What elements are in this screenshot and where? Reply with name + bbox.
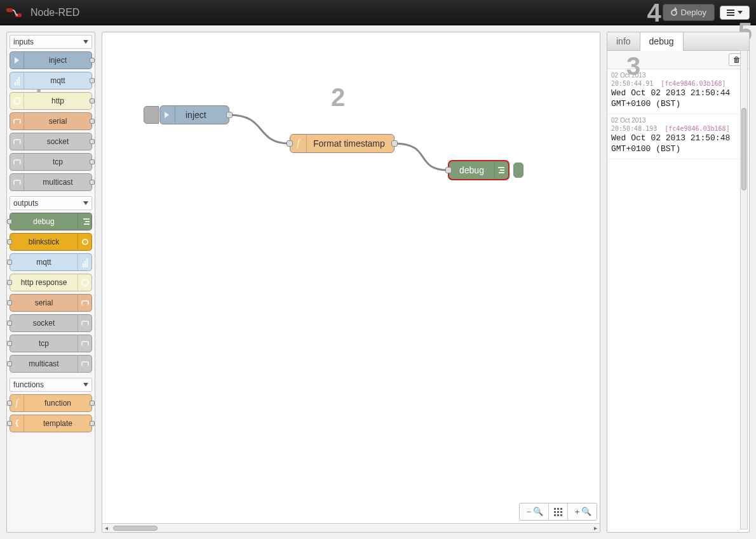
palette-category-outputs[interactable]: outputs xyxy=(10,196,92,210)
palette-node-socket-out[interactable]: socket xyxy=(10,314,92,332)
debug-toggle-button[interactable] xyxy=(513,163,523,178)
zoom-in-icon: ＋🔍 xyxy=(573,507,591,516)
palette-node-template[interactable]: {template xyxy=(10,415,92,432)
input-port[interactable] xyxy=(7,300,12,305)
node-label: inject xyxy=(175,110,217,120)
debug-date: 02 Oct 2013 xyxy=(611,117,745,124)
input-port[interactable] xyxy=(7,401,12,406)
palette-node-serial-out[interactable]: serial xyxy=(10,294,92,312)
node-label: Format timestamp xyxy=(307,138,391,149)
canvas-panel: 2 inject f Format timestamp xyxy=(102,32,600,533)
input-port[interactable] xyxy=(7,321,12,326)
output-port[interactable] xyxy=(90,98,95,103)
caret-down-icon xyxy=(738,11,743,14)
scroll-left-icon[interactable]: ◂ xyxy=(102,524,111,531)
debug-payload: Wed Oct 02 2013 21:50:44 GMT+0100 (BST) xyxy=(611,88,745,110)
canvas-h-scrollbar[interactable]: ◂ ▸ xyxy=(102,523,600,532)
palette-scroll[interactable]: inputs 1 inject mqtt http serial socket … xyxy=(7,32,95,532)
palette-node-tcp-out[interactable]: tcp xyxy=(10,335,92,352)
palette-node-mqtt-in[interactable]: mqtt xyxy=(10,72,92,90)
debug-icon xyxy=(498,167,504,173)
chevron-down-icon xyxy=(83,201,88,205)
palette-node-serial-in[interactable]: serial xyxy=(10,112,92,130)
palette-category-inputs[interactable]: inputs xyxy=(10,35,92,49)
palette-node-function[interactable]: ffunction xyxy=(10,394,92,412)
input-port[interactable] xyxy=(7,421,12,426)
template-icon: { xyxy=(13,418,22,429)
zoom-in-button[interactable]: ＋🔍 xyxy=(567,503,597,520)
palette-node-debug[interactable]: debug xyxy=(10,213,92,230)
chevron-down-icon xyxy=(83,383,88,387)
palette-node-blinkstick[interactable]: blinkstick xyxy=(10,233,92,251)
socket-icon xyxy=(81,321,89,326)
scrollbar-thumb[interactable] xyxy=(113,526,158,531)
palette-node-socket-in[interactable]: socket xyxy=(10,133,92,150)
debug-entry[interactable]: 02 Oct 2013 20:50:44.91 [fc4e9846.03b168… xyxy=(607,69,749,114)
app-title: Node-RED xyxy=(30,7,79,18)
tcp-icon xyxy=(13,159,21,164)
output-port[interactable] xyxy=(90,139,95,144)
debug-icon xyxy=(81,216,90,227)
inject-trigger-button[interactable] xyxy=(144,106,159,124)
input-port[interactable] xyxy=(7,260,12,265)
app-header: Node-RED 4 Deploy 5 xyxy=(0,0,756,25)
deploy-button[interactable]: Deploy xyxy=(663,4,715,21)
deploy-icon xyxy=(671,10,677,16)
palette-node-mqtt-out[interactable]: mqtt xyxy=(10,253,92,271)
palette-node-tcp-in[interactable]: tcp xyxy=(10,153,92,171)
palette-node-http-response[interactable]: http response xyxy=(10,274,92,291)
output-port[interactable] xyxy=(90,401,95,406)
output-port[interactable] xyxy=(90,78,95,83)
main-menu-button[interactable] xyxy=(720,6,750,20)
output-port[interactable] xyxy=(90,159,95,164)
palette-node-http-in[interactable]: http xyxy=(10,92,92,110)
sidebar-v-scrollbar[interactable] xyxy=(740,50,748,529)
debug-date: 02 Oct 2013 xyxy=(611,72,745,79)
canvas-node-format-timestamp[interactable]: f Format timestamp xyxy=(290,134,395,153)
category-label: inputs xyxy=(13,37,34,46)
output-port[interactable] xyxy=(391,140,398,147)
canvas-node-debug[interactable]: debug xyxy=(449,161,509,180)
debug-meta: 20:50:48.193 [fc4e9846.03b168] xyxy=(611,125,745,132)
palette-panel: inputs 1 inject mqtt http serial socket … xyxy=(6,32,95,533)
input-port[interactable] xyxy=(287,140,293,147)
input-port[interactable] xyxy=(445,167,452,173)
scroll-right-icon[interactable]: ▸ xyxy=(591,524,600,531)
globe-icon xyxy=(81,279,89,286)
chevron-down-icon xyxy=(83,40,88,44)
debug-payload: Wed Oct 02 2013 21:50:48 GMT+0100 (BST) xyxy=(611,133,745,155)
output-port[interactable] xyxy=(90,180,95,185)
output-port[interactable] xyxy=(226,112,233,118)
tab-info[interactable]: info xyxy=(607,32,640,50)
socket-icon xyxy=(13,139,21,144)
flow-canvas[interactable]: 2 inject f Format timestamp xyxy=(102,32,600,532)
input-port[interactable] xyxy=(7,361,12,366)
input-port[interactable] xyxy=(7,239,12,244)
debug-message-list[interactable]: 02 Oct 2013 20:50:44.91 [fc4e9846.03b168… xyxy=(607,69,749,532)
palette-node-multicast-in[interactable]: multicast xyxy=(10,173,92,191)
inject-icon xyxy=(15,57,19,63)
scrollbar-thumb[interactable] xyxy=(741,108,746,190)
multicast-icon xyxy=(13,180,21,185)
palette-node-inject[interactable]: inject xyxy=(10,51,92,69)
output-port[interactable] xyxy=(90,58,95,63)
debug-entry[interactable]: 02 Oct 2013 20:50:48.193 [fc4e9846.03b16… xyxy=(607,114,749,159)
output-port[interactable] xyxy=(90,421,95,426)
input-port[interactable] xyxy=(7,280,12,285)
palette-node-multicast-out[interactable]: multicast xyxy=(10,355,92,373)
sidebar-tabs: info debug xyxy=(607,32,749,51)
tab-debug[interactable]: debug xyxy=(640,32,684,51)
input-port[interactable] xyxy=(7,219,12,224)
node-label: debug xyxy=(449,165,494,175)
debug-meta: 20:50:44.91 [fc4e9846.03b168] xyxy=(611,80,745,87)
palette-category-functions[interactable]: functions xyxy=(10,378,92,392)
output-port[interactable] xyxy=(90,119,95,124)
canvas-node-inject[interactable]: inject xyxy=(159,105,229,124)
input-port[interactable] xyxy=(7,341,12,346)
grid-icon xyxy=(554,508,562,516)
function-icon: f xyxy=(297,138,300,149)
bulb-icon xyxy=(82,239,88,245)
zoom-out-button[interactable]: －🔍 xyxy=(520,503,548,520)
zoom-out-icon: －🔍 xyxy=(525,507,543,516)
zoom-reset-button[interactable] xyxy=(548,503,567,520)
